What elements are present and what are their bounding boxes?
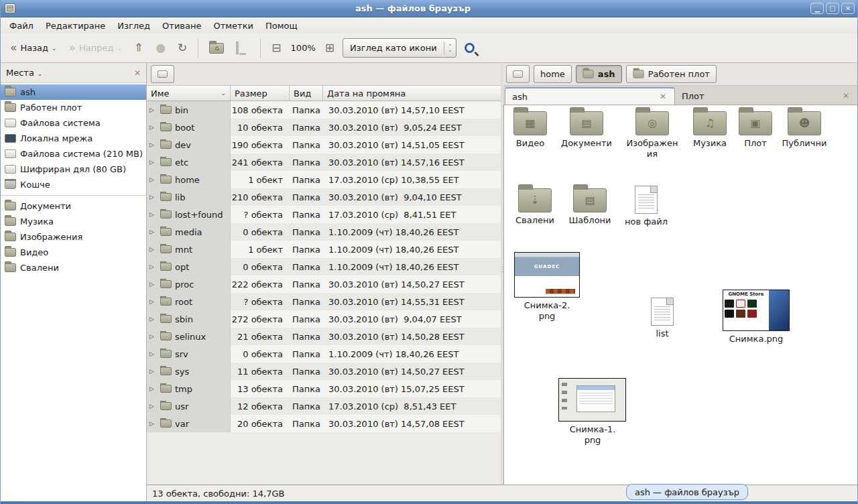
file-row[interactable]: ▷ mnt 1 обект Папка 1.10.2009 (чт) 18,40… [147,241,501,258]
sidebar-item[interactable]: Кошче [1,177,146,192]
icon-item-documents[interactable]: ▤ Документи [556,111,617,149]
column-header-kind[interactable]: Вид [290,86,323,101]
sidebar-item[interactable]: Видео [1,245,146,260]
sidebar-item[interactable]: Изображения [1,229,146,245]
forward-button[interactable]: » Напред ⌄ [65,40,126,56]
file-row[interactable]: ▷ opt 0 обекта Папка 1.10.2009 (чт) 18,4… [147,258,501,275]
icon-item-snimka[interactable]: GNOME Store Снимка.png [723,290,790,344]
expander-icon[interactable]: ▷ [149,368,157,375]
menu-item[interactable]: Изглед [111,19,156,32]
search-button[interactable] [461,40,479,56]
up-button[interactable]: ⇑ [130,40,147,56]
icon-item-video[interactable]: ▦ Видео [508,111,552,149]
file-row[interactable]: ▷ bin 108 обекта Папка 30.03.2010 (вт) 1… [147,101,501,119]
menu-item[interactable]: Файл [3,19,40,32]
expander-icon[interactable]: ▷ [149,246,157,253]
sidebar-title[interactable]: Места ⌄ [6,68,134,78]
icon-item-list[interactable]: list [642,298,682,339]
icon-item-desktop[interactable]: ▣ Плот [737,111,774,149]
icon-item-images[interactable]: ◎ Изображения [625,111,680,160]
tab-close-icon[interactable]: ✕ [658,92,668,101]
file-row[interactable]: ▷ etc 241 обекта Папка 30.03.2010 (вт) 1… [147,153,501,171]
expander-icon[interactable]: ▷ [149,159,157,166]
breadcrumb-root-button[interactable] [151,65,174,83]
sidebar-item[interactable]: Свалени [1,260,146,275]
expander-icon[interactable]: ▷ [149,107,157,113]
icon-item-snimka2[interactable]: GUADEC Снимка-2.png [514,252,580,322]
sidebar-item[interactable]: Документи [1,198,146,214]
sidebar-item[interactable]: Шифриран дял (80 GB) [1,162,146,177]
menu-item[interactable]: Отиване [156,19,207,32]
sidebar-item[interactable]: Файлова система (210 MB) [1,146,146,162]
menu-item[interactable]: Редактиране [40,19,111,32]
menu-item[interactable]: Помощ [259,19,304,32]
expander-icon[interactable]: ▷ [149,385,157,392]
minimize-button[interactable]: ▁ [810,3,824,14]
expander-icon[interactable]: ▷ [149,124,157,131]
file-row[interactable]: ▷ media 0 обекта Папка 1.10.2009 (чт) 18… [147,223,501,241]
icon-item-public[interactable]: ☻ Публични [776,111,833,149]
menu-item[interactable]: Отметки [207,19,259,32]
expander-icon[interactable]: ▷ [149,229,157,235]
tab-ash[interactable]: ash ✕ [505,87,675,105]
column-header-name[interactable]: Име⌄ [147,86,231,101]
back-button[interactable]: « Назад ⌄ [6,40,61,56]
tab-desktop[interactable]: Плот ✕ [675,87,857,105]
window-menu-icon[interactable] [5,3,15,13]
file-row[interactable]: ▷ srv 0 обекта Папка 1.10.2009 (чт) 18,4… [147,345,501,363]
file-row[interactable]: ▷ var 20 обекта Папка 30.03.2010 (вт) 14… [147,415,501,432]
file-row[interactable]: ▷ home 1 обект Папка 17.03.2010 (ср) 10,… [147,171,501,188]
file-row[interactable]: ▷ sbin 272 обекта Папка 30.03.2010 (вт) … [147,310,501,328]
expander-icon[interactable]: ▷ [149,281,157,288]
expander-icon[interactable]: ▷ [149,176,157,183]
file-row[interactable]: ▷ lib 210 обекта Папка 30.03.2010 (вт) 9… [147,188,501,206]
close-button[interactable]: ✕ [841,3,855,14]
breadcrumb-user-button[interactable]: ash [576,65,622,83]
icon-item-music[interactable]: ♫ Музика [686,111,733,149]
file-row[interactable]: ▷ proc 222 обекта Папка 30.03.2010 (вт) … [147,275,501,293]
file-row[interactable]: ▷ selinux 21 обекта Папка 30.03.2010 (вт… [147,328,501,345]
column-header-date[interactable]: Дата на промяна [323,86,501,101]
file-row[interactable]: ▷ tmp 13 обекта Папка 30.03.2010 (вт) 15… [147,380,501,397]
sidebar-item[interactable]: Локална мрежа [1,131,146,146]
icon-item-snimka1[interactable]: Снимка-1.png [558,378,626,446]
breadcrumb-root-button[interactable] [506,65,530,83]
expander-icon[interactable]: ▷ [149,263,157,270]
stop-button[interactable]: ● [151,40,170,56]
icon-view-canvas[interactable]: ▦ Видео ▤ Документи ◎ Изображения ♫ [503,105,857,485]
icon-item-new-file[interactable]: нов файл [619,186,673,227]
expander-icon[interactable]: ▷ [149,351,157,357]
breadcrumb-home-button[interactable]: home [534,65,572,83]
maximize-button[interactable]: □ [826,3,839,14]
column-header-size[interactable]: Размер [231,86,290,101]
file-row[interactable]: ▷ lost+found ? обекта Папка 17.03.2010 (… [147,206,501,223]
expander-icon[interactable]: ▷ [149,141,157,148]
expander-icon[interactable]: ▷ [149,298,157,305]
file-row[interactable]: ▷ dev 190 обекта Папка 30.03.2010 (вт) 1… [147,136,501,153]
file-row[interactable]: ▷ root ? обекта Папка 30.03.2010 (вт) 14… [147,293,501,310]
computer-button[interactable] [232,40,253,56]
breadcrumb-desktop-button[interactable]: Работен плот [626,65,717,83]
file-row[interactable]: ▷ boot 10 обекта Папка 30.03.2010 (вт) 9… [147,119,501,136]
back-dropdown-icon[interactable]: ⌄ [52,45,57,52]
expander-icon[interactable]: ▷ [149,211,157,218]
sidebar-close-icon[interactable]: ✕ [134,68,141,78]
sidebar-item[interactable]: Работен плот [1,100,146,115]
tab-close-icon[interactable]: ✕ [841,91,851,101]
icon-item-downloads[interactable]: ⇣ Свалени [510,188,560,226]
file-row[interactable]: ▷ sys 11 обекта Папка 30.03.2010 (вт) 14… [147,363,501,380]
sidebar-item[interactable]: Музика [1,214,146,229]
sidebar-item[interactable]: ash [1,84,146,100]
expander-icon[interactable]: ▷ [149,333,157,340]
expander-icon[interactable]: ▷ [149,316,157,322]
expander-icon[interactable]: ▷ [149,194,157,200]
view-mode-select[interactable]: Изглед като икони ⌃⌄ [343,38,456,58]
zoom-out-button[interactable]: ⊟ [267,40,285,56]
expander-icon[interactable]: ▷ [149,420,157,427]
sidebar-item[interactable]: Файлова система [1,115,146,131]
expander-icon[interactable]: ▷ [149,403,157,410]
file-row[interactable]: ▷ usr 12 обекта Папка 17.03.2010 (ср) 8,… [147,397,501,415]
reload-button[interactable]: ↻ [174,40,191,56]
icon-item-templates[interactable]: ▤ Шаблони [564,188,615,226]
zoom-in-button[interactable]: ⊞ [321,40,339,56]
